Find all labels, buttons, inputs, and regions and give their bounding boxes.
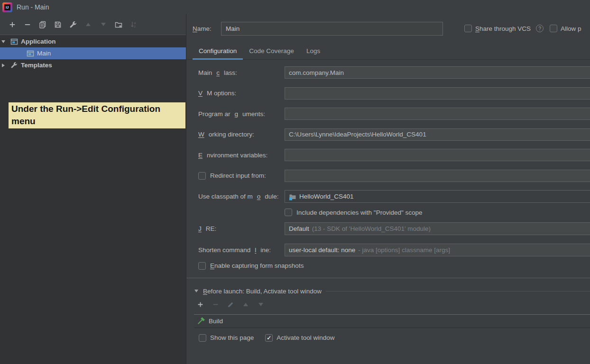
dialog-title: Run - Main — [17, 3, 49, 11]
copy-configuration-button[interactable] — [35, 19, 50, 30]
selected-tab-underline — [193, 58, 243, 60]
move-down-button[interactable] — [96, 19, 111, 30]
remove-configuration-button[interactable] — [20, 19, 35, 30]
program-arguments-input[interactable] — [285, 108, 590, 120]
module-classpath-row: Use classpath of module: HelloWorld_CS40… — [198, 190, 590, 203]
shorten-hint: - java [options] classname [args] — [358, 246, 450, 254]
shorten-command-line-combobox[interactable]: user-local default: none - java [options… — [285, 244, 590, 256]
environment-variables-label: Environment variables: — [198, 152, 285, 159]
chevron-down-icon[interactable] — [194, 290, 198, 292]
save-icon — [54, 21, 62, 28]
bottom-options: Show this page Activate tool window — [186, 334, 590, 342]
module-classpath-combobox[interactable]: HelloWorld_CS401 — [285, 190, 590, 203]
configuration-form: Main class: VM options: Program argument… — [186, 60, 590, 276]
show-this-page-checkbox[interactable] — [199, 334, 206, 342]
remove-task-button[interactable] — [208, 300, 223, 310]
jre-label: JRE: — [198, 225, 285, 232]
annotation-note: Under the Run->Edit Configuration menu — [9, 102, 185, 128]
name-label: Name: — [193, 25, 221, 32]
vm-options-row: VM options: — [198, 87, 590, 100]
tree-item-application[interactable]: Application — [0, 36, 186, 47]
configurations-sidebar: a z Application — [0, 14, 186, 364]
svg-text:z: z — [134, 25, 136, 28]
before-launch-title: Before launch: Build, Activate tool wind… — [203, 288, 322, 295]
application-icon — [27, 50, 34, 57]
triangle-up-icon — [243, 303, 248, 306]
move-up-button[interactable] — [81, 19, 96, 30]
header-rule — [326, 291, 590, 291]
move-task-up-button[interactable] — [238, 300, 253, 310]
add-task-button[interactable] — [193, 300, 208, 310]
vm-options-label: VM options: — [198, 90, 285, 97]
sort-configurations-button[interactable]: a z — [126, 19, 141, 30]
tree-item-templates[interactable]: Templates — [0, 59, 186, 71]
minus-icon — [212, 301, 219, 308]
triangle-down-icon — [101, 23, 106, 26]
hammer-icon — [197, 317, 205, 325]
redirect-input-input[interactable] — [285, 170, 590, 182]
name-input[interactable] — [221, 22, 443, 36]
new-folder-button[interactable] — [111, 19, 126, 30]
environment-variables-input[interactable] — [285, 149, 590, 161]
application-icon — [10, 38, 18, 46]
module-classpath-label: Use classpath of module: — [198, 193, 285, 200]
form-snapshots-row: Enable capturing form snapshots — [198, 262, 590, 270]
activate-tool-window-checkbox[interactable] — [265, 334, 273, 342]
edit-task-button[interactable] — [223, 300, 238, 310]
task-row-build[interactable]: Build — [194, 315, 590, 328]
provided-scope-label: Include dependencies with "Provided" sco… — [296, 209, 423, 216]
provided-scope-row: Include dependencies with "Provided" sco… — [198, 209, 590, 216]
redirect-input-label: Redirect input from: — [210, 172, 266, 179]
working-directory-input[interactable] — [285, 128, 590, 141]
redirect-input-checkbox[interactable] — [198, 172, 206, 180]
tab-configuration[interactable]: Configuration — [193, 44, 243, 59]
wrench-icon — [69, 21, 77, 28]
svg-text:a: a — [134, 21, 136, 24]
before-launch-header[interactable]: Before launch: Build, Activate tool wind… — [186, 288, 590, 295]
before-launch-task-list: Build — [194, 314, 590, 328]
tree-item-main[interactable]: Main — [0, 47, 186, 59]
intellij-logo-icon — [2, 2, 12, 12]
chevron-down-icon[interactable] — [0, 40, 7, 43]
chevron-right-icon[interactable] — [0, 64, 7, 67]
configurations-toolbar: a z — [0, 14, 186, 35]
triangle-down-icon — [258, 303, 263, 306]
minus-icon — [24, 21, 31, 28]
program-arguments-label: Program arguments: — [198, 110, 285, 118]
main-class-input[interactable] — [285, 66, 590, 79]
allow-parallel-checkbox[interactable] — [550, 25, 557, 32]
folder-add-icon — [115, 21, 122, 28]
working-directory-row: Working directory: — [198, 128, 590, 141]
shorten-value: user-local default: none — [289, 246, 355, 254]
tree-item-label: Main — [37, 50, 51, 57]
vm-options-input[interactable] — [285, 87, 590, 100]
redirect-input-row: Redirect input from: — [198, 170, 590, 182]
before-launch-toolbar — [186, 299, 590, 310]
task-label: Build — [209, 318, 223, 325]
form-snapshots-checkbox[interactable] — [198, 262, 206, 270]
wrench-icon — [10, 62, 18, 69]
dialog-title-bar: Run - Main — [0, 0, 590, 14]
triangle-up-icon — [86, 23, 91, 26]
help-icon[interactable] — [536, 25, 544, 32]
activate-tool-window-label: Activate tool window — [277, 334, 334, 341]
jre-hint: (13 - SDK of 'HelloWorld_CS401' module) — [312, 225, 431, 232]
jre-row: JRE: Default (13 - SDK of 'HelloWorld_CS… — [198, 222, 590, 235]
add-configuration-button[interactable] — [5, 19, 20, 30]
edit-templates-button[interactable] — [65, 19, 81, 30]
shorten-command-line-label: Shorten command line: — [198, 246, 285, 254]
move-task-down-button[interactable] — [253, 300, 268, 310]
allow-parallel-label: Allow p — [561, 25, 581, 32]
tab-logs[interactable]: Logs — [300, 44, 326, 59]
configuration-editor: Name: Share through VCS Allow p Configur… — [186, 14, 590, 364]
program-arguments-row: Program arguments: — [198, 108, 590, 120]
save-configuration-button[interactable] — [50, 19, 65, 30]
form-snapshots-label: Enable capturing form snapshots — [210, 262, 304, 269]
provided-scope-checkbox[interactable] — [285, 209, 292, 216]
module-icon — [289, 193, 296, 200]
jre-combobox[interactable]: Default (13 - SDK of 'HelloWorld_CS401' … — [285, 222, 590, 235]
share-vcs-label: Share through VCS — [475, 25, 531, 32]
share-vcs-checkbox[interactable] — [464, 25, 472, 32]
environment-variables-row: Environment variables: — [198, 149, 590, 161]
tab-code-coverage[interactable]: Code Coverage — [243, 44, 300, 59]
